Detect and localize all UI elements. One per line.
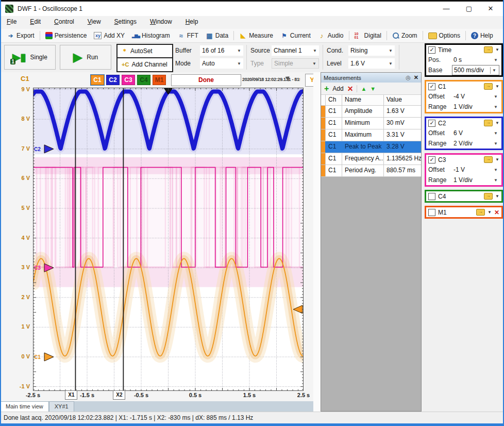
y-axis-label: 6 V	[15, 175, 30, 181]
setting-select-offset[interactable]: 6 V▼	[452, 128, 499, 138]
cursor-flag-x1[interactable]: X1	[65, 390, 77, 400]
menu-item-help[interactable]: Help	[179, 16, 205, 27]
setting-label: Offset	[428, 93, 450, 100]
setting-select-pos[interactable]: 0 s▼	[452, 55, 499, 64]
chevron-down-icon[interactable]: ▼	[488, 210, 492, 215]
export-settings-icon[interactable]: →	[484, 46, 493, 53]
setting-select-range[interactable]: 1 V/div▼	[452, 175, 499, 185]
level-select[interactable]: 1.6 V▼	[348, 58, 395, 69]
setting-label: Range	[428, 103, 450, 110]
add-channel-label: Add Channel	[131, 61, 167, 68]
toolbar-button-audio[interactable]: ♪Audio	[314, 31, 347, 40]
toolbar-button-measure[interactable]: ◣Measure	[236, 31, 277, 40]
acquisition-status-button[interactable]: Done	[171, 74, 241, 86]
toolbar-button-addxy[interactable]: xyAdd XY	[90, 31, 128, 40]
single-button[interactable]: ▶▮1 Single	[4, 45, 56, 70]
source-select[interactable]: Channel 1▼	[272, 45, 319, 56]
setting-select-base[interactable]: 500 ms/div▼	[452, 65, 499, 75]
menu-bar: FileEditControlViewSettingsWindowHelp	[0, 16, 504, 29]
export-settings-icon[interactable]: →	[484, 120, 493, 126]
channel-tab-c4[interactable]: C4	[137, 75, 150, 85]
channel-tab-m1[interactable]: M1	[153, 75, 166, 85]
view-tab-main-time-view[interactable]: Main time view	[0, 401, 49, 412]
measurement-row[interactable]: C1Minimum30 mV	[321, 118, 421, 129]
run-button[interactable]: ▶ Run	[60, 45, 111, 70]
chevron-down-icon[interactable]: ▼	[495, 47, 499, 52]
cursor-flag-x2[interactable]: X2	[113, 390, 125, 400]
view-tab-xy-1[interactable]: XY#1	[49, 401, 74, 412]
export-settings-icon[interactable]: →	[484, 193, 493, 200]
autoset-button[interactable]: ＊ AutoSet	[117, 45, 172, 57]
menu-item-window[interactable]: Window	[143, 16, 179, 27]
checkbox-c2[interactable]: ✓	[428, 120, 435, 127]
chevron-down-icon[interactable]: ▼	[495, 121, 499, 125]
chevron-down-icon[interactable]: ▼	[495, 84, 499, 89]
run-icon: ▶	[73, 51, 82, 63]
toolbar-button-export[interactable]: ➔Export	[3, 31, 38, 40]
menu-item-settings[interactable]: Settings	[108, 16, 143, 27]
maximize-button[interactable]: ▢	[459, 2, 479, 16]
measurement-row[interactable]: C1Frequency A...1.135625 Hz	[321, 153, 421, 165]
status-bar: Done last acq. 2020/09/18 12:02:23.882 |…	[0, 412, 504, 423]
checkbox-m1[interactable]	[428, 209, 435, 216]
export-settings-icon[interactable]: →	[484, 156, 493, 163]
close-panel-icon[interactable]: ✕	[414, 74, 418, 81]
toolbar-button-persistence[interactable]: Persistence	[42, 31, 91, 40]
measurement-row[interactable]: C1Peak to Peak3.28 V	[321, 141, 421, 153]
remove-channel-icon[interactable]: ✕	[494, 209, 499, 216]
mode-select[interactable]: Auto▼	[200, 58, 243, 69]
move-up-icon[interactable]: ▲	[361, 86, 366, 92]
toolbar-button-zoom[interactable]: Zoom	[389, 31, 421, 40]
checkbox-c1[interactable]: ✓	[428, 83, 435, 90]
toolbar-label: FFT	[187, 32, 198, 39]
channel-tab-c3[interactable]: C3	[122, 75, 135, 85]
channel-tab-c1[interactable]: C1	[91, 75, 104, 85]
close-button[interactable]: ✕	[480, 2, 501, 16]
checkbox-time[interactable]: ✓	[428, 46, 435, 54]
add-channel-button[interactable]: +C Add Channel	[117, 57, 172, 71]
checkbox-c4[interactable]	[428, 193, 435, 200]
measurement-row[interactable]: C1Period Avg.880.57 ms	[321, 165, 421, 177]
setting-select-range[interactable]: 2 V/div▼	[452, 139, 499, 148]
export-settings-icon[interactable]: →	[476, 209, 485, 216]
chevron-down-icon[interactable]: ▼	[495, 157, 499, 162]
toolbar-label: Add XY	[104, 32, 125, 39]
toolbar-button-data[interactable]: ▦Data	[202, 31, 232, 40]
setting-select-offset[interactable]: -1 V▼	[452, 165, 499, 174]
measurement-value: 30 mV	[384, 118, 421, 129]
add-measurement-button[interactable]: Add	[332, 85, 343, 92]
panel-splitter[interactable]	[313, 72, 321, 412]
setting-select-range[interactable]: 1 V/div▼	[452, 102, 499, 111]
toolbar-button-current[interactable]: ⚑Current	[277, 31, 314, 40]
plot-canvas[interactable]: C2C3C1	[33, 88, 304, 391]
autoset-icon: ＊	[122, 47, 128, 56]
channel-tab-c2[interactable]: C2	[106, 75, 120, 85]
toolbar-button-histogram[interactable]: ▂▆▄Histogram	[128, 31, 174, 40]
channel-marker-c1[interactable]	[44, 353, 54, 361]
menu-item-view[interactable]: View	[81, 16, 108, 27]
setting-label: Offset	[428, 129, 450, 137]
add-measurement-icon[interactable]: +	[324, 85, 329, 92]
toolbar-button-digital[interactable]: 10 01Digital	[351, 31, 385, 40]
menu-item-file[interactable]: File	[0, 16, 23, 27]
pin-icon[interactable]: ◎	[406, 74, 411, 81]
delete-measurement-icon[interactable]: ✕	[347, 85, 354, 93]
menu-item-edit[interactable]: Edit	[23, 16, 47, 27]
setting-select-offset[interactable]: -4 V▼	[452, 92, 499, 101]
chevron-down-icon[interactable]: ▼	[495, 194, 499, 199]
move-down-icon[interactable]: ▼	[370, 86, 376, 92]
menu-item-control[interactable]: Control	[47, 16, 81, 27]
toolbar-button-options[interactable]: Options	[425, 31, 464, 40]
minimize-button[interactable]: —	[436, 2, 457, 16]
cond-select[interactable]: Rising▼	[348, 45, 395, 56]
buffer-select[interactable]: 16 of 16▼	[200, 45, 243, 56]
export-settings-icon[interactable]: →	[484, 83, 493, 90]
toolbar-button-help[interactable]: ?Help	[467, 31, 497, 40]
measurement-row[interactable]: C1Maximum3.31 V	[321, 129, 421, 141]
setting-row-pos: Pos.0 s▼	[426, 55, 501, 65]
checkbox-c3[interactable]: ✓	[428, 156, 435, 163]
toolbar-button-fft[interactable]: ≈FFT	[174, 31, 202, 40]
channel-marker-label-c2: C2	[34, 146, 41, 152]
measurement-row[interactable]: C1Amplitude1.63 V	[321, 106, 421, 118]
run-label: Run	[87, 54, 98, 61]
